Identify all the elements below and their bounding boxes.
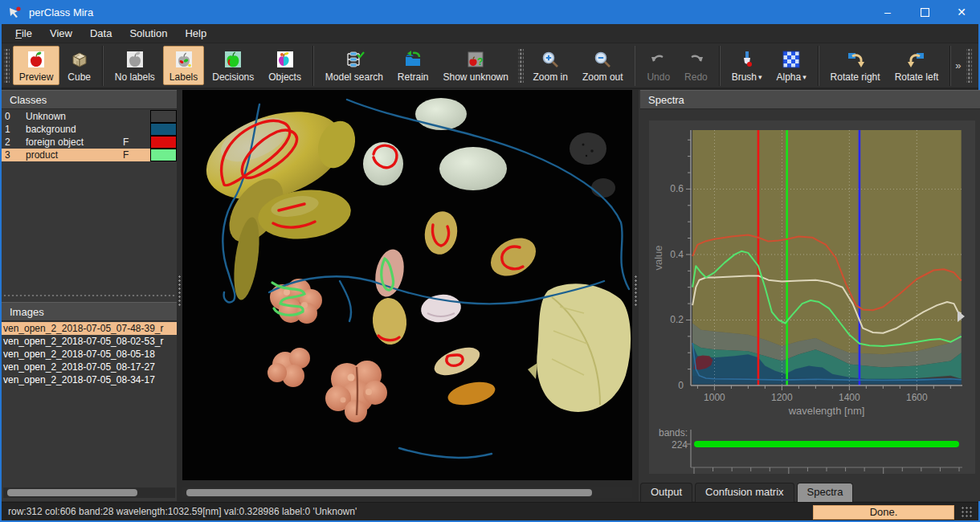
image-canvas[interactable] <box>182 90 632 480</box>
class-row-foreign-object[interactable]: 2 foreign object F <box>2 136 177 149</box>
toolbar-button-cube[interactable]: Cube <box>61 46 97 85</box>
toolbar-button-show-unknown[interactable]: ? Show unknown <box>437 46 515 85</box>
toolbar-label: Redo <box>684 71 708 83</box>
image-list-item[interactable]: ven_open_2_2018-07-05_08-17-27 <box>2 361 177 373</box>
spectra-chart[interactable]: 00.20.40.61000120014001600wavelength [nm… <box>649 120 975 474</box>
class-row-unknown[interactable]: 0 Unknown <box>2 110 177 123</box>
class-index: 0 <box>2 111 26 122</box>
toolbar-label: No labels <box>115 71 155 83</box>
minimize-button[interactable]: – <box>869 0 906 24</box>
toolbar-drag-handle[interactable] <box>4 49 10 83</box>
x-tick-label: 1200 <box>771 392 793 403</box>
toolbar-button-zoom-out[interactable]: Zoom out <box>576 46 630 85</box>
y-tick-label: 0.2 <box>670 314 684 325</box>
status-bar: row:312 col:606 band:28 wavelength:1032.… <box>2 502 978 520</box>
close-button[interactable]: ✕ <box>943 0 980 24</box>
menu-solution[interactable]: Solution <box>120 25 176 42</box>
classes-panel-title: Classes <box>10 94 47 106</box>
image-list-item[interactable]: ven_open_2_2018-07-05_08-02-53_r <box>2 335 177 348</box>
image-scrollbar[interactable] <box>182 487 632 498</box>
toolbar-drag-handle[interactable] <box>966 49 972 83</box>
zoom-in-icon <box>540 49 561 70</box>
toolbar-separator <box>949 46 951 86</box>
redo-icon <box>685 49 706 70</box>
show-unknown-icon: ? <box>465 49 486 70</box>
spectra-panel-title: Spectra <box>648 94 684 106</box>
image-list-item[interactable]: ven_open_2_2018-07-05_07-48-39_r <box>2 322 177 335</box>
class-flag: F <box>123 149 150 161</box>
classes-panel-header: Classes <box>2 90 177 109</box>
retrain-icon <box>402 49 423 70</box>
toolbar-button-retrain[interactable]: Retrain <box>391 46 435 85</box>
toolbar: Preview Cube No labels Labels Decisio <box>2 43 978 89</box>
toolbar-label: Cube <box>67 71 91 83</box>
images-scrollbar-thumb[interactable] <box>7 489 137 496</box>
toolbar-button-brush[interactable]: Brush▾ <box>725 46 769 85</box>
rotate-right-icon <box>845 49 866 70</box>
product-envelope <box>692 130 962 354</box>
tab-output[interactable]: Output <box>640 483 692 502</box>
x-tick-label: 1600 <box>906 392 928 403</box>
toolbar-label: Preview <box>19 71 54 83</box>
menu-view[interactable]: View <box>41 25 81 42</box>
vertical-splitter[interactable] <box>633 90 639 501</box>
classes-table: 0 Unknown 1 background 2 foreign object … <box>2 110 177 161</box>
window-title: perClass Mira <box>29 6 93 18</box>
toolbar-button-zoom-in[interactable]: Zoom in <box>527 46 574 85</box>
done-button[interactable]: Done. <box>813 505 954 520</box>
brush-icon <box>737 49 757 70</box>
class-name: background <box>26 124 123 135</box>
images-scrollbar[interactable] <box>3 487 175 498</box>
toolbar-button-no-labels[interactable]: No labels <box>108 46 161 85</box>
toolbar-button-rotate-left[interactable]: Rotate left <box>888 46 945 85</box>
tab-spectra[interactable]: Spectra <box>797 483 854 502</box>
zoom-out-icon <box>592 49 613 70</box>
toolbar-button-preview[interactable]: Preview <box>13 46 60 85</box>
menu-file[interactable]: File <box>6 25 41 42</box>
image-scrollbar-thumb[interactable] <box>186 489 592 496</box>
toolbar-separator <box>719 46 721 86</box>
toolbar-label: Brush <box>732 71 757 83</box>
images-panel-title: Images <box>10 306 44 318</box>
toolbar-button-alpha[interactable]: Alpha▾ <box>770 46 813 85</box>
toolbar-button-objects[interactable]: Objects <box>262 46 308 85</box>
toolbar-separator <box>312 46 314 86</box>
dropdown-arrow-icon: ▾ <box>802 73 806 81</box>
toolbar-label: Undo <box>647 71 670 83</box>
image-list-item[interactable]: ven_open_2_2018-07-05_08-34-17 <box>2 373 177 386</box>
app-icon <box>8 5 22 19</box>
menu-data[interactable]: Data <box>81 25 120 42</box>
toolbar-overflow-chevron[interactable]: » <box>955 59 961 71</box>
stone-1 <box>570 133 606 165</box>
class-color-swatch[interactable] <box>150 123 177 136</box>
class-flag: F <box>123 137 150 148</box>
toolbar-label: Zoom out <box>582 71 623 83</box>
toolbar-button-model-search[interactable]: Model search <box>319 46 390 85</box>
vertical-splitter[interactable] <box>177 90 182 501</box>
apple-preview-icon <box>26 49 47 70</box>
class-row-background[interactable]: 1 background <box>2 123 177 136</box>
toolbar-button-rotate-right[interactable]: Rotate right <box>824 46 887 85</box>
paper-mid <box>363 142 403 186</box>
menu-help[interactable]: Help <box>176 25 215 42</box>
panel-splitter-handle[interactable] <box>2 291 177 300</box>
images-panel-header: Images <box>2 302 177 321</box>
toolbar-button-redo[interactable]: Redo <box>678 46 714 85</box>
resize-grip[interactable] <box>961 506 974 519</box>
class-row-product[interactable]: 3 product F <box>2 149 177 161</box>
x-tick-label: 1000 <box>704 392 725 403</box>
toolbar-label: Decisions <box>212 71 254 83</box>
toolbar-button-undo[interactable]: Undo <box>640 46 676 85</box>
toolbar-button-decisions[interactable]: Decisions <box>206 46 260 85</box>
class-color-swatch[interactable] <box>150 149 177 161</box>
maximize-button[interactable] <box>906 0 943 24</box>
class-index: 3 <box>2 149 26 161</box>
tab-confusion-matrix[interactable]: Confusion matrix <box>695 483 794 502</box>
class-color-swatch[interactable] <box>150 110 177 123</box>
toolbar-drag-handle[interactable] <box>518 49 524 83</box>
class-name: foreign object <box>26 137 123 148</box>
bands-selected-bar <box>694 441 959 447</box>
image-list-item[interactable]: ven_open_2_2018-07-05_08-05-18 <box>2 348 177 361</box>
class-color-swatch[interactable] <box>150 136 177 149</box>
toolbar-button-labels[interactable]: Labels <box>163 46 204 85</box>
